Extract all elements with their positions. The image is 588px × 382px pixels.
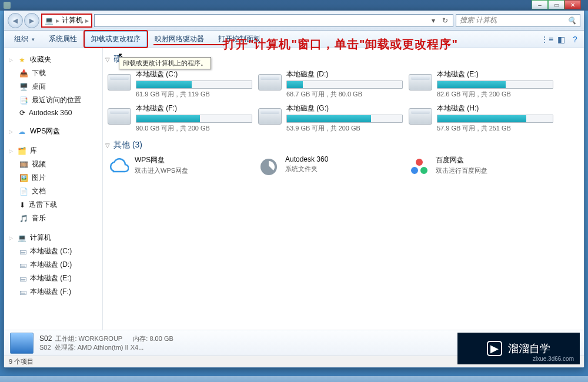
drive-usage-bar: [136, 115, 252, 123]
annotation-text: 打开"计算机"窗口，单击"卸载或更改程序": [223, 36, 458, 52]
minimize-button[interactable]: –: [532, 0, 548, 9]
window-buttons: – ▭ ✕: [532, 0, 581, 11]
search-input[interactable]: 搜索 计算机 🔍: [456, 14, 580, 27]
drive-name: 本地磁盘 (E:): [437, 69, 553, 79]
drive-name: 本地磁盘 (G:): [286, 103, 403, 113]
bottom-taskbar: [0, 376, 588, 382]
tooltip: 卸载或更改计算机上的程序。: [119, 57, 211, 69]
drive-name: 本地磁盘 (H:): [437, 103, 553, 113]
drive-item[interactable]: 本地磁盘 (C:) 61.9 GB 可用 , 共 119 GB: [105, 68, 253, 100]
other-item[interactable]: WPS网盘 双击进入WPS网盘: [105, 154, 253, 180]
sidebar-item-autodesk[interactable]: ⟳Autodesk 360: [4, 107, 102, 119]
sidebar-item-drive-f[interactable]: 🖴本地磁盘 (F:): [4, 285, 102, 299]
drive-usage-bar: [286, 81, 403, 89]
other-item[interactable]: 百度网盘 双击运行百度网盘: [406, 154, 554, 180]
address-bar-ext[interactable]: ▾ ↻: [94, 14, 453, 27]
sidebar-item-music[interactable]: 🎵音乐: [4, 212, 102, 225]
sidebar: ▷★收藏夹 📥下载 🖥️桌面 📑最近访问的位置 ⟳Autodesk 360 ▷☁…: [4, 48, 103, 330]
other-subtitle: 双击进入WPS网盘: [135, 166, 188, 175]
search-icon: 🔍: [567, 16, 576, 25]
main-content: ▽硬 本地磁盘 (C:) 61.9 GB 可用 , 共 119 GB 本地磁盘 …: [103, 48, 584, 330]
sidebar-favorites[interactable]: ▷★收藏夹: [4, 53, 102, 66]
taskbar-icon: [4, 2, 11, 9]
drive-item[interactable]: 本地磁盘 (E:) 82.6 GB 可用 , 共 200 GB: [406, 68, 554, 100]
organize-button[interactable]: 组织: [8, 31, 41, 47]
drive-usage-bar: [136, 81, 252, 89]
drive-icon: [106, 69, 132, 95]
chevron-icon: ▸: [85, 16, 89, 25]
sidebar-libraries[interactable]: ▷🗂️库: [4, 144, 102, 158]
view-options-icon[interactable]: ⋮≡: [542, 34, 552, 45]
other-subtitle: 系统文件夹: [285, 165, 328, 173]
drive-icon: [407, 103, 433, 129]
sidebar-item-xunlei[interactable]: ⬇迅雷下载: [4, 198, 102, 212]
address-bar[interactable]: 💻 ▸ 计算机 ▸: [42, 14, 92, 27]
drive-free-text: 57.9 GB 可用 , 共 251 GB: [437, 124, 553, 133]
drive-free-text: 90.0 GB 可用 , 共 200 GB: [136, 124, 252, 133]
drive-item[interactable]: 本地磁盘 (D:) 68.7 GB 可用 , 共 80.0 GB: [256, 68, 404, 100]
dropdown-icon[interactable]: ▾: [428, 15, 439, 26]
preview-pane-icon[interactable]: ◧: [556, 34, 566, 45]
explorer-window: ◄ ► 💻 ▸ 计算机 ▸ ▾ ↻ 搜索 计算机 🔍 组织 系统属性 卸载或更改…: [4, 11, 584, 368]
drive-free-text: 53.9 GB 可用 , 共 200 GB: [286, 124, 403, 133]
back-button[interactable]: ◄: [8, 13, 23, 28]
drive-icon: [407, 69, 433, 95]
other-icon: [106, 155, 130, 179]
drive-name: 本地磁盘 (C:): [136, 69, 252, 79]
uninstall-programs-button[interactable]: 卸载或更改程序: [85, 31, 147, 47]
sidebar-computer[interactable]: ▷💻计算机: [4, 231, 102, 244]
sidebar-item-drive-c[interactable]: 🖴本地磁盘 (C:): [4, 244, 102, 258]
computer-large-icon: [10, 333, 34, 354]
drive-icon: [106, 103, 132, 129]
sidebar-item-recent[interactable]: 📑最近访问的位置: [4, 93, 102, 107]
drive-usage-bar: [437, 81, 553, 89]
other-section-header[interactable]: ▽其他 (3): [105, 138, 579, 154]
svg-point-1: [411, 167, 418, 174]
sidebar-item-pictures[interactable]: 🖼️图片: [4, 171, 102, 185]
forward-button[interactable]: ►: [24, 13, 39, 28]
help-icon[interactable]: ?: [570, 34, 580, 45]
drive-free-text: 68.7 GB 可用 , 共 80.0 GB: [286, 90, 403, 99]
system-properties-button[interactable]: 系统属性: [42, 31, 83, 47]
computer-icon: 💻: [45, 16, 54, 25]
drive-icon: [257, 69, 283, 95]
sidebar-item-drive-e[interactable]: 🖴本地磁盘 (E:): [4, 272, 102, 285]
sidebar-wps[interactable]: ▷☁WPS网盘: [4, 125, 102, 138]
sidebar-item-videos[interactable]: 🎞️视频: [4, 158, 102, 171]
drive-icon: [257, 103, 283, 129]
breadcrumb-root[interactable]: 计算机: [62, 15, 83, 25]
drive-free-text: 82.6 GB 可用 , 共 200 GB: [437, 90, 553, 99]
drive-item[interactable]: 本地磁盘 (F:) 90.0 GB 可用 , 共 200 GB: [105, 102, 253, 134]
drive-usage-bar: [286, 115, 403, 123]
other-item[interactable]: Autodesk 360 系统文件夹: [256, 154, 404, 180]
drive-name: 本地磁盘 (F:): [136, 103, 252, 113]
computer-name: S02: [39, 334, 52, 343]
other-title: WPS网盘: [135, 155, 188, 165]
annotation-line: [153, 44, 224, 45]
drive-name: 本地磁盘 (D:): [286, 69, 403, 79]
sidebar-item-desktop[interactable]: 🖥️桌面: [4, 80, 102, 93]
sidebar-item-drive-d[interactable]: 🖴本地磁盘 (D:): [4, 258, 102, 272]
taskbar: [0, 0, 588, 11]
refresh-icon[interactable]: ↻: [440, 15, 450, 26]
watermark: ▶ 溜溜自学 zixue.3d66.com: [457, 333, 580, 364]
other-icon: [407, 155, 431, 179]
close-button[interactable]: ✕: [564, 0, 581, 9]
search-placeholder: 搜索 计算机: [460, 15, 497, 25]
drive-item[interactable]: 本地磁盘 (G:) 53.9 GB 可用 , 共 200 GB: [256, 102, 404, 134]
chevron-icon: ▸: [56, 16, 59, 25]
other-title: 百度网盘: [436, 155, 487, 165]
sidebar-item-downloads[interactable]: 📥下载: [4, 66, 102, 80]
other-icon: [257, 155, 280, 179]
drive-item[interactable]: 本地磁盘 (H:) 57.9 GB 可用 , 共 251 GB: [406, 102, 554, 134]
drive-usage-bar: [437, 115, 553, 123]
other-subtitle: 双击运行百度网盘: [436, 166, 487, 175]
nav-row: ◄ ► 💻 ▸ 计算机 ▸ ▾ ↻ 搜索 计算机 🔍: [4, 11, 584, 31]
maximize-button[interactable]: ▭: [548, 0, 564, 9]
play-icon: ▶: [487, 341, 502, 356]
sidebar-item-documents[interactable]: 📄文档: [4, 185, 102, 198]
svg-point-0: [416, 159, 423, 166]
drive-free-text: 61.9 GB 可用 , 共 119 GB: [136, 90, 252, 99]
other-title: Autodesk 360: [285, 155, 328, 163]
svg-point-2: [420, 167, 427, 174]
